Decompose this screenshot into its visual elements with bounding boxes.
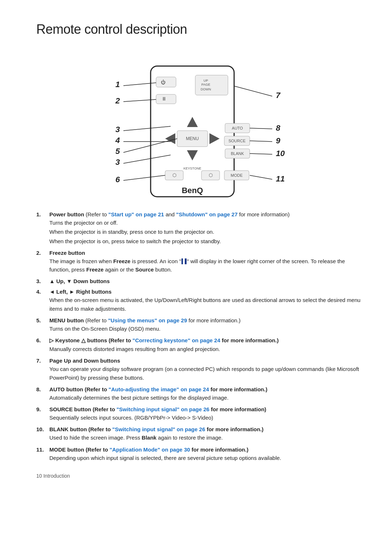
item-header: 8. AUTO button (Refer to "Auto-adjusting…: [36, 386, 363, 392]
item-title: AUTO button (Refer to "Auto-adjusting th…: [49, 386, 268, 392]
svg-text:11: 11: [276, 174, 285, 183]
item-header: 9. SOURCE button (Refer to "Switching in…: [36, 406, 363, 412]
item-number: 6.: [36, 337, 46, 344]
svg-text:BLANK: BLANK: [231, 151, 244, 156]
item-header: 7. Page Up and Down buttons: [36, 358, 363, 364]
item-title: SOURCE button (Refer to "Switching input…: [49, 406, 266, 412]
item-header: 6. ▷ Keystone △ buttons (Refer to "Corre…: [36, 337, 363, 344]
svg-rect-13: [156, 77, 176, 87]
item-header: 1. Power button (Refer to "Start up" on …: [36, 211, 363, 217]
item-number: 11.: [36, 446, 46, 453]
item-number: 1.: [36, 211, 46, 217]
item-title: ▲ Up, ▼ Down buttons: [49, 278, 110, 284]
item-title: Power button (Refer to "Start up" on pag…: [49, 211, 290, 217]
item-title: ◄ Left, ► Right buttons: [49, 289, 111, 295]
item-title: MODE button (Refer to "Application Mode"…: [49, 446, 248, 453]
svg-text:5: 5: [115, 147, 120, 156]
item-body: Turns the projector on or off. When the …: [49, 219, 363, 245]
svg-text:2: 2: [115, 96, 120, 105]
item-body: Turns on the On-Screen Display (OSD) men…: [49, 325, 363, 333]
link-shutdown[interactable]: "Shutdown" on page 27: [176, 211, 237, 217]
svg-line-52: [250, 175, 272, 179]
item-title: Page Up and Down buttons: [49, 358, 120, 364]
svg-text:7: 7: [276, 91, 281, 100]
item-number: 2.: [36, 250, 46, 256]
svg-text:MODE: MODE: [231, 173, 243, 177]
remote-diagram: 1 2 3 4 5 3 6 7 8 9 10 11 ⏻ UP PAGE DOWN: [94, 48, 305, 200]
svg-line-49: [250, 128, 272, 129]
item-header: 4. ◄ Left, ► Right buttons: [36, 289, 363, 295]
item-header: 3. ▲ Up, ▼ Down buttons: [36, 278, 363, 284]
item-body: The image is frozen when Freeze is press…: [49, 257, 363, 274]
svg-text:PAGE: PAGE: [201, 83, 210, 86]
list-item: 6. ▷ Keystone △ buttons (Refer to "Corre…: [36, 337, 363, 353]
item-body: When the on-screen menu is activated, th…: [49, 296, 363, 313]
list-item: 1. Power button (Refer to "Start up" on …: [36, 211, 363, 245]
item-header: 10. BLANK button (Refer to "Switching in…: [36, 426, 363, 432]
svg-text:3: 3: [115, 158, 120, 167]
item-body: You can operate your display software pr…: [49, 365, 363, 382]
list-item: 5. MENU button (Refer to "Using the menu…: [36, 317, 363, 333]
item-number: 10.: [36, 426, 46, 432]
item-title: Freeze button: [49, 250, 85, 256]
item-number: 8.: [36, 386, 46, 392]
item-body: Depending upon which input signal is sel…: [49, 454, 363, 462]
item-title: MENU button (Refer to "Using the menus" …: [49, 317, 241, 323]
svg-line-48: [234, 86, 272, 96]
list-item: 2. Freeze button The image is frozen whe…: [36, 250, 363, 274]
svg-text:⏻: ⏻: [161, 79, 166, 85]
link-keystone[interactable]: "Correcting keystone" on page 24: [132, 337, 220, 343]
freeze-icon: [181, 258, 187, 264]
svg-text:AUTO: AUTO: [232, 126, 243, 130]
svg-text:⬡: ⬡: [209, 172, 213, 178]
item-body: Used to hide the screen image. Press Bla…: [49, 433, 363, 442]
item-header: 2. Freeze button: [36, 250, 363, 256]
content-area: 1. Power button (Refer to "Start up" on …: [36, 211, 363, 462]
link-menus[interactable]: "Using the menus" on page 29: [108, 317, 187, 323]
item-body: Manually corrects distorted images resul…: [49, 345, 363, 353]
svg-text:9: 9: [276, 136, 281, 145]
svg-rect-15: [195, 75, 228, 95]
item-header: 11. MODE button (Refer to "Application M…: [36, 446, 363, 453]
svg-line-50: [250, 141, 272, 142]
link-auto[interactable]: "Auto-adjusting the image" on page 24: [109, 386, 209, 392]
svg-text:10: 10: [276, 149, 285, 158]
list-item: 4. ◄ Left, ► Right buttons When the on-s…: [36, 289, 363, 313]
list-item: 3. ▲ Up, ▼ Down buttons: [36, 278, 363, 284]
svg-text:KEYSTONE: KEYSTONE: [184, 167, 201, 170]
svg-text:⏸: ⏸: [162, 96, 167, 102]
svg-text:⬡: ⬡: [172, 172, 176, 178]
list-item: 9. SOURCE button (Refer to "Switching in…: [36, 406, 363, 422]
diagram-area: 1 2 3 4 5 3 6 7 8 9 10 11 ⏻ UP PAGE DOWN: [36, 48, 363, 200]
list-item: 11. MODE button (Refer to "Application M…: [36, 446, 363, 462]
item-body: Sequentially selects input sources. (RGB…: [49, 413, 363, 422]
link-mode[interactable]: "Application Mode" on page 30: [110, 446, 190, 453]
item-number: 9.: [36, 406, 46, 412]
svg-text:SOURCE: SOURCE: [228, 139, 245, 143]
svg-text:MENU: MENU: [186, 136, 199, 141]
list-item: 7. Page Up and Down buttons You can oper…: [36, 358, 363, 382]
svg-text:4: 4: [115, 136, 120, 145]
list-item: 10. BLANK button (Refer to "Switching in…: [36, 426, 363, 442]
svg-text:3: 3: [115, 125, 120, 134]
item-header: 5. MENU button (Refer to "Using the menu…: [36, 317, 363, 323]
svg-text:1: 1: [115, 80, 120, 89]
svg-line-51: [250, 154, 272, 154]
link-startup[interactable]: "Start up" on page 21: [109, 211, 164, 217]
svg-text:6: 6: [115, 175, 120, 184]
item-number: 7.: [36, 358, 46, 364]
svg-text:UP: UP: [204, 79, 208, 82]
link-source[interactable]: "Switching input signal" on page 26: [117, 406, 209, 412]
list-item: 8. AUTO button (Refer to "Auto-adjusting…: [36, 386, 363, 402]
svg-text:DOWN: DOWN: [201, 87, 211, 91]
link-blank[interactable]: "Switching input signal" on page 26: [112, 426, 205, 432]
item-number: 5.: [36, 317, 46, 323]
item-number: 4.: [36, 289, 46, 295]
item-number: 3.: [36, 278, 46, 284]
item-title: BLANK button (Refer to "Switching input …: [49, 426, 264, 432]
svg-text:BenQ: BenQ: [182, 186, 203, 195]
item-body: Automatically determines the best pictur…: [49, 393, 363, 402]
page-title: Remote control description: [36, 22, 363, 37]
svg-text:8: 8: [276, 123, 281, 132]
footer: 10 Introduction: [36, 473, 363, 479]
